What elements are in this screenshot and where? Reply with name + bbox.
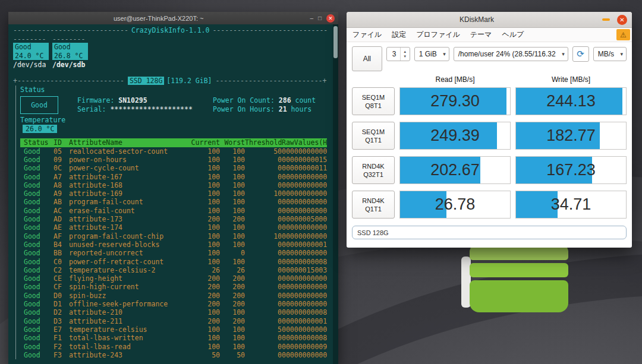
menu-file[interactable]: ファイル: [353, 30, 382, 40]
cell-worst: 100: [220, 207, 245, 215]
cell-current: 100: [190, 343, 220, 351]
cell-id: D1: [54, 300, 69, 308]
temperature-chip: 26.0 °C: [23, 125, 57, 133]
cell-status: Good: [20, 181, 54, 189]
menu-theme[interactable]: テーマ: [470, 30, 492, 40]
cell-status: Good: [20, 308, 54, 316]
cell-name: reallocated-sector-count: [69, 147, 190, 156]
cell-threshold: 0: [245, 300, 282, 308]
cell-id: F1: [54, 334, 69, 342]
cell-threshold: 0: [245, 334, 282, 342]
cell-threshold: 0: [245, 343, 282, 351]
kdiskmark-window-title: KDiskMark: [351, 15, 602, 24]
benchmark-row: RND4KQ32T1202.67167.23: [352, 156, 627, 184]
read-bar: 26.78: [399, 191, 511, 219]
cell-worst: 100: [220, 181, 245, 189]
cell-name: attribute-173: [69, 215, 190, 223]
smart-table-row: GoodF2total-lbas-read100100000000000009: [20, 343, 327, 351]
smart-table-row: GoodCEflying-height200200000000000000: [20, 274, 327, 283]
smart-table-row: GoodCFspin-high-current20020000000000000…: [20, 283, 327, 291]
drive-panel-sda[interactable]: -------- Good 24.0 °C /dev/sda: [13, 35, 49, 69]
header-worst: Worst: [220, 138, 245, 147]
cell-status: Good: [20, 258, 54, 266]
smart-table-row: GoodC2temperature-celsius-22626000000015…: [20, 266, 327, 274]
cell-id: B4: [54, 240, 69, 249]
cell-raw: 00000000011: [282, 164, 327, 172]
menu-help[interactable]: ヘルプ: [502, 30, 524, 40]
cell-status: Good: [20, 334, 54, 342]
unit-select[interactable]: MB/s ▾: [593, 47, 627, 61]
cell-id: F3: [54, 351, 69, 359]
test-label-button[interactable]: SEQ1MQ1T1: [352, 122, 395, 150]
cell-id: CE: [54, 274, 69, 283]
cell-worst: 200: [220, 274, 245, 283]
run-all-button[interactable]: All: [352, 46, 382, 71]
drive-panel-sdb[interactable]: -------- Good 26.8 °C /dev/sdb: [52, 35, 88, 69]
desktop: user@user-ThinkPad-X220T: ~ – □ ✕ ------…: [0, 0, 642, 364]
cell-id: 09: [54, 156, 69, 164]
test-label-button[interactable]: RND4KQ1T1: [352, 191, 395, 219]
spin-up-icon[interactable]: ▲: [403, 50, 407, 53]
smart-table-row: GoodF3attribute-2435050000000000000: [20, 351, 327, 359]
scrollbar-thumb[interactable]: [333, 26, 338, 58]
chevron-down-icon: ▾: [562, 51, 565, 57]
smart-table-row: GoodF1total-lbas-written1001000000000000…: [20, 334, 327, 342]
target-path-select[interactable]: /home/user 24% (28.55/116.32 ▾: [454, 47, 568, 61]
disk-dashes-right: --------------------------+: [216, 77, 327, 85]
warning-icon[interactable]: ⚠: [616, 29, 630, 40]
terminal-window: user@user-ThinkPad-X220T: ~ – □ ✕ ------…: [8, 12, 338, 364]
cell-name: power-cycle-count: [69, 164, 190, 172]
cell-worst: 100: [220, 343, 245, 351]
block-size-value: 1 GiB: [419, 50, 437, 58]
menu-settings[interactable]: 設定: [392, 30, 406, 40]
write-bar: 182.77: [515, 122, 627, 150]
drive-box-top: --------: [52, 35, 88, 43]
smart-table-row: GoodBBreported-uncorrect1000000000000000: [20, 249, 327, 257]
drive-device-name-selected: /dev/sdb: [52, 61, 88, 69]
cell-id: AD: [54, 215, 69, 223]
close-icon[interactable]: ✕: [617, 15, 627, 25]
smart-table-row: GoodB4unused-reserved-blocks100100000000…: [20, 240, 327, 249]
cell-raw: 00000000000: [282, 173, 327, 181]
refresh-button[interactable]: ⟳: [572, 46, 589, 62]
cell-id: C0: [54, 258, 69, 266]
cell-raw: 00000000008: [282, 308, 327, 316]
cell-current: 200: [190, 317, 220, 325]
cell-id: AF: [54, 232, 69, 240]
kdiskmark-titlebar[interactable]: KDiskMark ✕: [347, 12, 632, 28]
maximize-icon[interactable]: □: [318, 15, 322, 21]
minimize-icon[interactable]: –: [310, 15, 313, 21]
cell-status: Good: [20, 207, 54, 215]
header-current: Current: [190, 138, 220, 147]
read-bar-value: 279.30: [430, 92, 480, 110]
cell-status: Good: [20, 164, 54, 172]
drive-device-name: /dev/sda: [13, 61, 49, 69]
block-size-select[interactable]: 1 GiB ▾: [414, 47, 449, 61]
header-dashes-right: ----------------------------: [212, 26, 327, 34]
smart-table-row: GoodA8attribute-168100100000000000000: [20, 181, 327, 189]
cell-worst: 26: [220, 266, 245, 274]
description-input[interactable]: SSD 128G: [352, 226, 627, 239]
terminal-scrollbar[interactable]: [333, 24, 338, 364]
close-icon[interactable]: ✕: [326, 14, 335, 23]
cell-worst: 200: [220, 215, 245, 223]
power-hours-value: 21: [279, 105, 287, 113]
cell-raw: 00000000009: [282, 343, 327, 351]
spin-down-icon[interactable]: ▼: [403, 55, 407, 58]
cell-raw: 00000000000: [282, 181, 327, 189]
cell-raw: 00000005000: [282, 215, 327, 223]
test-label-button[interactable]: SEQ1MQ8T1: [352, 87, 395, 115]
write-bar-value: 167.23: [546, 161, 596, 179]
cell-worst: 100: [220, 334, 245, 342]
cell-status: Good: [20, 173, 54, 181]
cell-status: Good: [20, 189, 54, 198]
menu-profile[interactable]: プロファイル: [416, 30, 460, 40]
cell-threshold: 0: [245, 156, 282, 164]
terminal-titlebar[interactable]: user@user-ThinkPad-X220T: ~ – □ ✕: [8, 12, 338, 24]
smart-table-row: GoodD3attribute-211200200000000000001: [20, 317, 327, 325]
minimize-icon[interactable]: [602, 18, 610, 21]
test-label-button[interactable]: RND4KQ32T1: [352, 156, 395, 184]
cell-threshold: 10: [245, 189, 282, 198]
loop-count-spinner[interactable]: 3 ▲ ▼: [386, 47, 410, 61]
serial-label: Serial:: [77, 105, 106, 113]
